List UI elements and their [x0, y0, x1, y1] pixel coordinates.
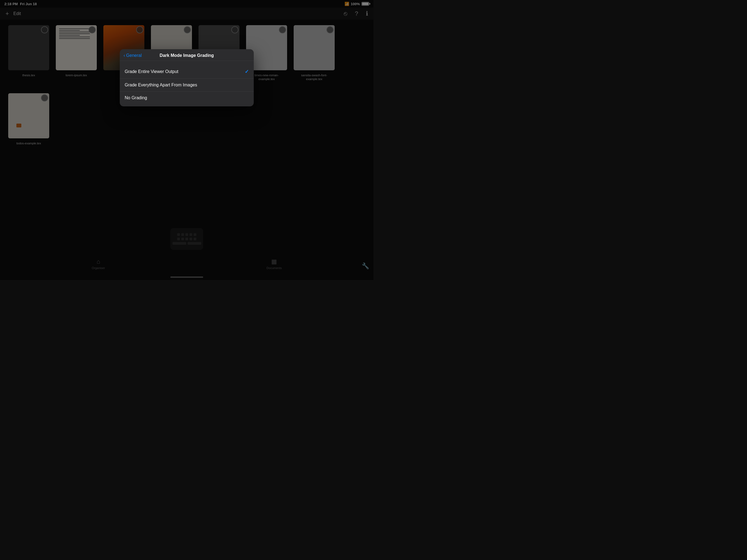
back-button[interactable]: ‹ General — [124, 53, 141, 58]
modal-divider — [120, 61, 254, 61]
settings-modal: ‹ General Dark Mode Image Grading Grade … — [120, 49, 254, 106]
option-grade-apart[interactable]: Grade Everything Apart From Images — [120, 79, 254, 92]
back-chevron-icon: ‹ — [124, 53, 125, 58]
option-label: Grade Everything Apart From Images — [125, 82, 197, 87]
options-list: Grade Entire Viewer Output ✓ Grade Every… — [120, 62, 254, 106]
checkmark-icon: ✓ — [245, 69, 249, 75]
option-grade-entire[interactable]: Grade Entire Viewer Output ✓ — [120, 65, 254, 79]
option-label: No Grading — [125, 96, 147, 100]
option-label: Grade Entire Viewer Output — [125, 69, 178, 74]
option-no-grading[interactable]: No Grading — [120, 92, 254, 104]
modal-header: ‹ General Dark Mode Image Grading — [120, 49, 254, 61]
modal-title: Dark Mode Image Grading — [160, 53, 214, 58]
modal-overlay[interactable] — [0, 0, 374, 280]
back-label: General — [126, 53, 141, 58]
